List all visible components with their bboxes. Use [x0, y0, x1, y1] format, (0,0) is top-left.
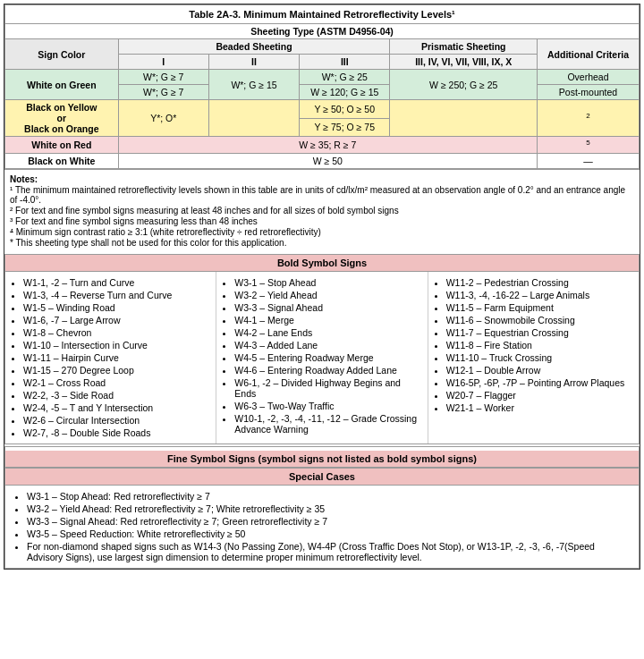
- list-item: W1-6, -7 – Large Arrow: [23, 315, 210, 325]
- list-item: W1-10 – Intersection in Curve: [23, 340, 210, 351]
- sign-color-cell-white: Black on White: [5, 153, 119, 168]
- list-item: W1-3, -4 – Reverse Turn and Curve: [23, 290, 210, 300]
- main-table: Table 2A-3. Minimum Maintained Retrorefl…: [4, 4, 640, 169]
- list-item: W2-6 – Circular Intersection: [23, 415, 210, 426]
- table-row: White on Green W*; G ≥ 7 W*; G ≥ 15 W*; …: [5, 70, 640, 85]
- bold-signs-col3: W11-2 – Pedestrian Crossing W11-3, -4, -…: [428, 272, 639, 444]
- list-item: W11-8 – Fire Station: [446, 340, 633, 351]
- notes-section: Notes: ¹ The minimum maintained retroref…: [4, 169, 640, 252]
- list-item: W6-1, -2 – Divided Highway Begins and En…: [234, 377, 421, 399]
- fine-signs-section: Fine Symbol Signs (symbol signs not list…: [4, 446, 640, 569]
- list-item: W1-1, -2 – Turn and Curve: [23, 277, 210, 288]
- list-item: W3-1 – Stop Ahead: Red retroreflectivity…: [27, 491, 631, 502]
- list-item: W2-4, -5 – T and Y Intersection: [23, 402, 210, 413]
- bold-signs-section: Bold Symbol Signs W1-1, -2 – Turn and Cu…: [4, 254, 640, 444]
- cell-wg-iii-b: W ≥ 120; G ≥ 15: [300, 85, 390, 100]
- table-title: Table 2A-3. Minimum Maintained Retrorefl…: [5, 5, 640, 24]
- list-item: W1-11 – Hairpin Curve: [23, 352, 210, 363]
- list-item: W12-1 – Double Arrow: [446, 365, 633, 376]
- list-item: W4-1 – Merge: [234, 315, 421, 325]
- note-5: * This sheeting type shall not be used f…: [10, 238, 634, 248]
- col-III-header: III: [300, 55, 390, 70]
- cell-by-prismatic: [390, 100, 538, 137]
- list-item: W3-2 – Yield Ahead: [234, 290, 421, 300]
- bold-signs-col1: W1-1, -2 – Turn and Curve W1-3, -4 – Rev…: [5, 272, 216, 444]
- list-item: W20-7 – Flagger: [446, 390, 633, 401]
- cell-wr-add: 5: [538, 137, 640, 154]
- list-item: W1-8 – Chevron: [23, 327, 210, 338]
- sign-color-header: Sign Color: [5, 39, 119, 70]
- list-item: W1-15 – 270 Degree Loop: [23, 365, 210, 376]
- cell-by-iii-a: Y ≥ 50; O ≥ 50: [300, 100, 390, 119]
- special-cases-content: W3-1 – Stop Ahead: Red retroreflectivity…: [5, 486, 639, 568]
- sign-color-cell-yellow: Black on YelloworBlack on Orange: [5, 100, 119, 137]
- note-4: ⁴ Minimum sign contrast ratio ≥ 3:1 (whi…: [10, 227, 634, 237]
- list-item: W21-1 – Worker: [446, 402, 633, 413]
- list-item: W3-2 – Yield Ahead: Red retroreflectivit…: [27, 503, 631, 514]
- cell-wg-add-b: Post-mounted: [538, 85, 640, 100]
- prismatic-header: Prismatic Sheeting: [390, 39, 538, 55]
- sign-color-cell-red: White on Red: [5, 137, 119, 154]
- table-subtitle: Sheeting Type (ASTM D4956-04): [5, 24, 640, 39]
- table-row: White on Red W ≥ 35; R ≥ 7 5: [5, 137, 640, 154]
- list-item: W2-1 – Cross Road: [23, 377, 210, 388]
- cell-wg-ii: W*; G ≥ 15: [208, 70, 299, 100]
- cell-bw-add: —: [538, 153, 640, 168]
- list-item: W4-3 – Added Lane: [234, 340, 421, 351]
- col-I-header: I: [118, 55, 208, 70]
- table-row: Black on White W ≥ 50 —: [5, 153, 640, 168]
- list-item: W3-1 – Stop Ahead: [234, 277, 421, 288]
- special-cases-header: Special Cases: [5, 468, 639, 486]
- col-prismatic-header: III, IV, VI, VII, VIII, IX, X: [390, 55, 538, 70]
- cell-wg-add-a: Overhead: [538, 70, 640, 85]
- table-row: Black on YelloworBlack on Orange Y*; O* …: [5, 100, 640, 119]
- list-item: W11-10 – Truck Crossing: [446, 352, 633, 363]
- list-item: W3-3 – Signal Ahead: Red retroreflectivi…: [27, 516, 631, 527]
- bold-signs-list-3: W11-2 – Pedestrian Crossing W11-3, -4, -…: [434, 277, 633, 413]
- list-item: W4-2 – Lane Ends: [234, 327, 421, 338]
- bold-signs-columns: W1-1, -2 – Turn and Curve W1-3, -4 – Rev…: [5, 272, 639, 444]
- cell-by-iii-b: Y ≥ 75; O ≥ 75: [300, 118, 390, 137]
- cell-wr-formula: W ≥ 35; R ≥ 7: [118, 137, 537, 154]
- note-3: ³ For text and fine symbol signs measuri…: [10, 216, 634, 226]
- page-container: Table 2A-3. Minimum Maintained Retrorefl…: [4, 4, 640, 570]
- list-item: W11-6 – Snowmobile Crossing: [446, 315, 633, 325]
- list-item: W11-5 – Farm Equipment: [446, 302, 633, 313]
- note-2: ² For text and fine symbol signs measuri…: [10, 206, 634, 215]
- fine-signs-header: Fine Symbol Signs (symbol signs not list…: [5, 451, 639, 468]
- note-1: ¹ The minimum maintained retroreflectivi…: [10, 185, 634, 205]
- cell-wg-i-b: W*; G ≥ 7: [118, 85, 208, 100]
- cell-wg-prismatic: W ≥ 250; G ≥ 25: [390, 70, 538, 100]
- bold-signs-header: Bold Symbol Signs: [5, 255, 639, 272]
- list-item: W4-5 – Entering Roadway Merge: [234, 352, 421, 363]
- list-item: W2-2, -3 – Side Road: [23, 390, 210, 401]
- bold-signs-list-2: W3-1 – Stop Ahead W3-2 – Yield Ahead W3-…: [222, 277, 421, 435]
- additional-criteria-header: Additional Criteria: [538, 39, 640, 70]
- cell-bw-formula: W ≥ 50: [118, 153, 537, 168]
- list-item: W11-3, -4, -16-22 – Large Animals: [446, 290, 633, 300]
- list-item: W11-2 – Pedestrian Crossing: [446, 277, 633, 288]
- list-item: W11-7 – Equestrian Crossing: [446, 327, 633, 338]
- special-cases-list: W3-1 – Stop Ahead: Red retroreflectivity…: [13, 491, 631, 562]
- bold-signs-list-1: W1-1, -2 – Turn and Curve W1-3, -4 – Rev…: [11, 277, 210, 438]
- list-item: For non-diamond shaped signs such as W14…: [27, 541, 631, 562]
- cell-wg-i-a: W*; G ≥ 7: [118, 70, 208, 85]
- list-item: W4-6 – Entering Roadway Added Lane: [234, 365, 421, 376]
- sign-color-cell: White on Green: [5, 70, 119, 100]
- list-item: W6-3 – Two-Way Traffic: [234, 401, 421, 411]
- list-item: W10-1, -2, -3, -4, -11, -12 – Grade Cros…: [234, 413, 421, 435]
- list-item: W16-5P, -6P, -7P – Pointing Arrow Plaque…: [446, 377, 633, 388]
- beaded-header: Beaded Sheeting: [118, 39, 390, 55]
- list-item: W3-5 – Speed Reduction: White retrorefle…: [27, 528, 631, 539]
- notes-label: Notes:: [10, 174, 634, 184]
- bold-signs-col2: W3-1 – Stop Ahead W3-2 – Yield Ahead W3-…: [216, 272, 428, 444]
- list-item: W3-3 – Signal Ahead: [234, 302, 421, 313]
- cell-by-ii: [208, 100, 299, 137]
- list-item: W2-7, -8 – Double Side Roads: [23, 427, 210, 438]
- col-II-header: II: [208, 55, 299, 70]
- cell-wg-iii-a: W*; G ≥ 25: [300, 70, 390, 85]
- cell-by-add: 2: [538, 100, 640, 137]
- list-item: W1-5 – Winding Road: [23, 302, 210, 313]
- cell-by-i: Y*; O*: [118, 100, 208, 137]
